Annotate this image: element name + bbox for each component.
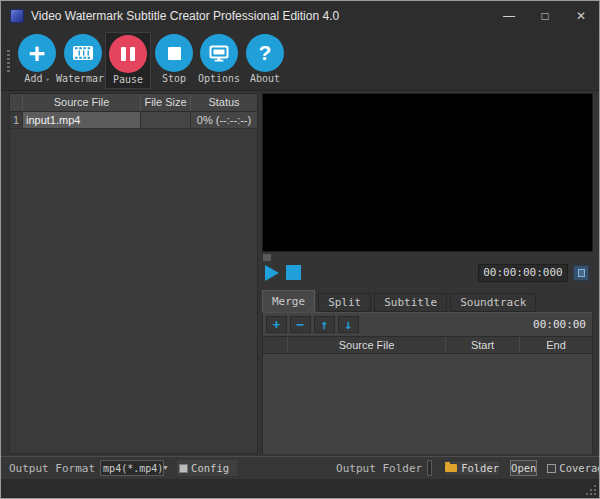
stop-button[interactable]: Stop xyxy=(151,32,197,89)
file-table-header: Source File File Size Status xyxy=(10,94,257,112)
monitor-icon xyxy=(209,45,229,62)
seek-handle[interactable] xyxy=(263,254,271,261)
merge-table-body xyxy=(263,354,592,454)
close-button[interactable]: ✕ xyxy=(563,1,599,31)
app-window: Video Watermark Subtitle Creator Profess… xyxy=(0,0,600,499)
move-down-button[interactable]: ↓ xyxy=(338,316,359,333)
remove-item-button[interactable]: − xyxy=(290,316,311,333)
source-file-column-header[interactable]: Source File xyxy=(22,94,140,111)
tab-split[interactable]: Split xyxy=(318,293,371,312)
tab-bar: Merge Split Subtitle Soundtrack xyxy=(262,290,593,312)
pause-button[interactable]: Pause xyxy=(105,32,151,89)
output-format-value: mp4(*.mp4) xyxy=(103,463,163,474)
move-up-button[interactable]: ↑ xyxy=(314,316,335,333)
config-label: Config xyxy=(191,462,229,474)
question-icon: ? xyxy=(259,41,272,65)
watermark-button[interactable]: Watermark xyxy=(60,32,106,89)
folder-icon xyxy=(445,464,457,472)
output-format-select[interactable]: mp4(*.mp4) ▼ xyxy=(100,460,164,476)
app-icon xyxy=(10,9,24,23)
status-cell: 0% (--:--:--) xyxy=(190,112,257,128)
toolbar-grip[interactable] xyxy=(7,50,10,72)
config-checkbox[interactable]: Config xyxy=(177,460,237,476)
merge-panel: + − ↑ ↓ 00:00:00 Source File Start End xyxy=(262,312,593,454)
output-folder-label: Output Folder xyxy=(336,462,422,475)
file-size-cell xyxy=(140,112,190,128)
add-label: Add xyxy=(24,73,42,84)
row-number-header xyxy=(10,94,22,111)
film-icon xyxy=(72,45,94,61)
footer-strip xyxy=(1,479,599,498)
table-row[interactable]: 1 input1.mp4 0% (--:--:--) xyxy=(10,112,257,129)
tab-merge[interactable]: Merge xyxy=(262,290,315,312)
tab-soundtrack[interactable]: Soundtrack xyxy=(450,293,536,312)
video-preview xyxy=(262,93,593,252)
merge-table-header: Source File Start End xyxy=(263,336,592,354)
options-label: Options xyxy=(198,73,240,84)
merge-source-column-header[interactable]: Source File xyxy=(287,337,445,353)
chevron-down-icon: ▼ xyxy=(163,464,167,472)
coverage-label: Coverage xyxy=(559,462,600,474)
folder-button-label: Folder xyxy=(461,462,499,474)
file-size-column-header[interactable]: File Size xyxy=(140,94,190,111)
options-button[interactable]: Options xyxy=(196,32,242,89)
merge-toolbar: + − ↑ ↓ 00:00:00 xyxy=(263,313,592,336)
main-toolbar: + Add▾ Watermark Pause Stop xyxy=(1,31,599,91)
open-button[interactable]: Open xyxy=(510,460,537,476)
stop-label: Stop xyxy=(162,73,186,84)
merge-end-column-header[interactable]: End xyxy=(519,337,592,353)
bottom-bar: Output Format mp4(*.mp4) ▼ Config Output… xyxy=(1,456,599,479)
coverage-checkbox[interactable]: Coverage xyxy=(547,462,600,474)
row-number-header xyxy=(263,337,287,353)
add-button[interactable]: + Add▾ xyxy=(14,32,60,89)
maximize-button[interactable]: □ xyxy=(527,1,563,31)
preview-panel: 00:00:00:000 Merge Split Subtitle Soundt… xyxy=(262,93,593,454)
open-button-label: Open xyxy=(511,462,536,474)
about-label: About xyxy=(250,73,280,84)
source-file-cell[interactable]: input1.mp4 xyxy=(22,112,140,128)
folder-button[interactable]: Folder xyxy=(444,460,500,476)
merge-total-time: 00:00:00 xyxy=(533,318,589,331)
config-checkbox-icon[interactable] xyxy=(179,464,188,473)
output-folder-input[interactable]: D:/VideoOutput xyxy=(427,460,432,476)
title-bar: Video Watermark Subtitle Creator Profess… xyxy=(1,1,599,31)
playback-time: 00:00:00:000 xyxy=(478,264,568,282)
window-title: Video Watermark Subtitle Creator Profess… xyxy=(31,9,339,23)
row-number: 1 xyxy=(10,112,22,128)
merge-start-column-header[interactable]: Start xyxy=(445,337,519,353)
resize-grip[interactable] xyxy=(584,483,596,495)
pause-icon xyxy=(121,47,135,61)
tab-subtitle[interactable]: Subtitle xyxy=(374,293,447,312)
plus-icon: + xyxy=(29,40,45,66)
status-column-header[interactable]: Status xyxy=(190,94,257,111)
source-file-table: Source File File Size Status 1 input1.mp… xyxy=(9,93,258,454)
play-icon[interactable] xyxy=(265,265,279,281)
add-dropdown-icon: ▾ xyxy=(45,76,49,84)
output-format-label: Output Format xyxy=(9,462,95,475)
stop-icon xyxy=(168,47,181,60)
watermark-label: Watermark xyxy=(56,73,110,84)
minimize-button[interactable]: — xyxy=(491,1,527,31)
coverage-checkbox-icon[interactable] xyxy=(547,464,556,473)
pause-label: Pause xyxy=(113,74,143,85)
about-button[interactable]: ? About xyxy=(242,32,288,89)
stop-playback-icon[interactable] xyxy=(286,265,301,280)
snapshot-icon[interactable] xyxy=(573,265,589,281)
add-item-button[interactable]: + xyxy=(266,316,287,333)
window-controls: — □ ✕ xyxy=(491,1,599,31)
playback-controls: 00:00:00:000 xyxy=(262,264,593,284)
